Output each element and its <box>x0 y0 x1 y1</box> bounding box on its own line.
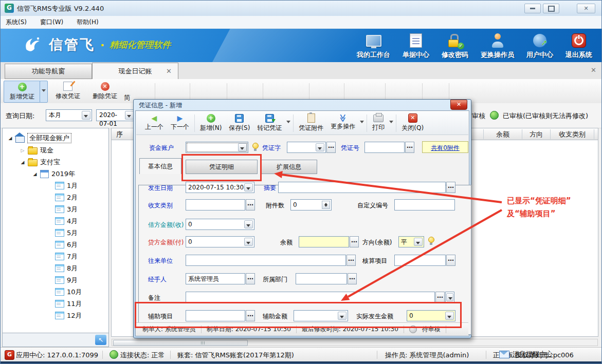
account-combo[interactable] <box>186 142 248 153</box>
combo-arrow-icon[interactable] <box>238 143 247 151</box>
tree-item-month-3[interactable]: 3月 <box>55 204 78 215</box>
print-dropdown[interactable] <box>388 112 394 133</box>
handler-browse-button[interactable] <box>246 273 255 284</box>
more-actions-button[interactable]: ≫更多操作 <box>327 112 359 133</box>
category-input[interactable] <box>186 199 245 210</box>
partner-input[interactable] <box>186 255 346 266</box>
menu-window[interactable]: 窗口(W) <box>40 18 63 27</box>
col-seq[interactable]: 序 <box>116 130 123 139</box>
expander-open-icon[interactable]: ◢ <box>8 136 13 141</box>
attachment-count-box[interactable]: 共有0附件 <box>422 141 468 153</box>
tab-voucher-detail[interactable]: 凭证明细 <box>186 160 258 174</box>
tree-item-month-9[interactable]: 9月 <box>55 275 78 285</box>
tree-item-month-8[interactable]: 8月 <box>55 263 78 274</box>
exit-system-button[interactable]: 退出系统 <box>561 32 596 60</box>
query-period-combo[interactable]: 本月 <box>46 109 92 121</box>
print-button[interactable]: 打印 <box>369 112 388 133</box>
save-button[interactable]: 保存(S) <box>225 112 253 133</box>
col-category[interactable]: 收支类别 <box>551 130 594 139</box>
summary-input[interactable] <box>278 182 446 193</box>
tree-item-month-10[interactable]: 10月 <box>55 286 82 297</box>
scrollbar-thumb[interactable] <box>113 340 248 346</box>
maximize-button[interactable] <box>543 4 559 13</box>
balance-browse-button[interactable] <box>350 236 359 247</box>
credit-combo[interactable]: 0 <box>186 236 254 247</box>
edit-voucher-button[interactable]: 修改凭证 <box>51 81 85 102</box>
tree-item-month-5[interactable]: 5月 <box>55 227 78 238</box>
item-browse-button[interactable] <box>446 255 455 266</box>
combo-arrow-icon[interactable] <box>244 183 253 191</box>
tab-extended-info[interactable]: 扩展信息 <box>261 160 317 174</box>
tree-item-month-1[interactable]: 1月 <box>55 180 78 191</box>
debit-combo[interactable]: 0 <box>186 219 254 230</box>
voucher-word-combo[interactable] <box>287 142 326 153</box>
remark-browse-button[interactable] <box>435 292 445 303</box>
message-center[interactable]: 消息提醒中心 <box>499 350 553 359</box>
tree-item-month-7[interactable]: 7月 <box>55 251 78 262</box>
expander-open-icon[interactable]: ◢ <box>20 160 25 165</box>
menu-help[interactable]: 帮助(H) <box>77 18 98 27</box>
tree-item-month-11[interactable]: 11月 <box>55 298 82 309</box>
tab-cash-journal[interactable]: 现金日记账 ✕ <box>92 63 178 79</box>
tree-item-alipay[interactable]: ◢ 支付宝 <box>20 157 60 167</box>
query-start-date-combo[interactable]: 2020-07-01 <box>96 109 135 121</box>
new-button[interactable]: +新增(N) <box>196 112 225 133</box>
combo-arrow-icon[interactable] <box>338 312 346 320</box>
workbench-button[interactable]: 我的工作台 <box>353 32 394 60</box>
summary-browse-button[interactable] <box>446 182 455 193</box>
combo-arrow-icon[interactable] <box>316 143 324 151</box>
handler-input[interactable]: 系统管理员 <box>186 273 245 284</box>
partial-button-label[interactable]: 简 <box>124 93 130 102</box>
change-password-button[interactable]: ✓ 修改密码 <box>437 32 472 60</box>
next-button[interactable]: ▶下一个 <box>167 112 193 133</box>
tree-item-month-2[interactable]: 2月 <box>55 192 78 203</box>
expander-closed-icon[interactable]: ▷ <box>20 148 25 153</box>
combo-arrow-icon[interactable] <box>414 238 423 246</box>
voucher-no-browse-button[interactable] <box>405 142 414 153</box>
tree-item-month-12[interactable]: 12月 <box>55 310 82 321</box>
close-dialog-button[interactable]: ✕关闭(Q) <box>398 112 427 133</box>
horizontal-scrollbar[interactable] <box>112 339 598 346</box>
switch-operator-button[interactable]: 更换操作员 <box>477 32 518 60</box>
spinner-arrows-icon[interactable] <box>322 201 330 209</box>
balance-input[interactable] <box>299 236 349 247</box>
col-direction[interactable]: 方向 <box>522 130 550 139</box>
combo-arrow-icon[interactable] <box>244 238 253 246</box>
col-balance[interactable]: 余额 <box>484 130 522 139</box>
tree-item-year-2019[interactable]: ◢ 2019年 <box>32 168 75 179</box>
tab-nav-window[interactable]: 功能导航窗 <box>5 64 92 79</box>
remark-dropdown[interactable] <box>445 292 454 303</box>
transfer-dropdown[interactable] <box>285 112 291 133</box>
voucher-no-input[interactable] <box>364 142 405 153</box>
combo-arrow-icon[interactable] <box>125 111 134 120</box>
add-voucher-dropdown[interactable] <box>40 81 48 103</box>
dialog-close-button[interactable]: ✕ <box>450 100 467 110</box>
combo-arrow-icon[interactable] <box>244 220 253 228</box>
custom-no-input[interactable] <box>394 199 455 210</box>
more-actions-dropdown[interactable] <box>359 112 365 133</box>
tree-item-cash[interactable]: ▷ 现金 <box>20 145 53 156</box>
dept-browse-button[interactable] <box>348 273 357 284</box>
actual-amount-combo[interactable]: 0 <box>407 310 455 321</box>
dept-input[interactable] <box>296 273 347 284</box>
direction-combo[interactable]: 平 <box>398 236 424 247</box>
add-voucher-button[interactable]: + 新增凭证 <box>4 81 41 103</box>
aux-amount-combo[interactable] <box>294 310 348 321</box>
message-center-link[interactable]: 消息提醒中心 <box>513 350 553 359</box>
tabbar-close-icon[interactable]: ✕ <box>591 67 596 73</box>
partner-browse-button[interactable] <box>346 255 356 266</box>
attachment-count-link[interactable]: 共有0附件 <box>431 144 460 151</box>
tree-item-month-4[interactable]: 4月 <box>55 216 78 226</box>
voucher-attachment-button[interactable]: 凭证附件 <box>295 112 327 133</box>
tab-basic-info[interactable]: 基本信息 <box>139 158 181 174</box>
tab-close-icon[interactable]: ✕ <box>166 68 172 74</box>
tree-item-month-6[interactable]: 6月 <box>55 239 78 250</box>
voucher-word-browse-button[interactable] <box>326 142 336 153</box>
attach-count-spinner[interactable]: 0 <box>290 199 332 210</box>
aux-item-input[interactable] <box>186 310 245 321</box>
user-center-button[interactable]: ➚ 用户中心 <box>522 32 557 60</box>
date-combo[interactable]: 2020-07-15 10:30 <box>186 182 254 193</box>
prev-button[interactable]: ◀上一个 <box>141 112 167 133</box>
remark-input[interactable] <box>186 292 435 303</box>
delete-voucher-button[interactable]: ✕ 删除凭证 <box>88 81 122 102</box>
